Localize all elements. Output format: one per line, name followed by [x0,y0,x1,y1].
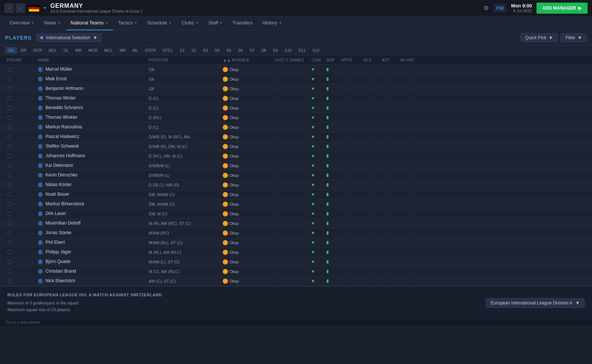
row-name[interactable]: Philipp Jäger [36,249,147,256]
col-apps[interactable]: APPS [340,57,362,63]
pos-tab-s8[interactable]: S8 [258,47,269,54]
table-row[interactable]: - ⌄ Philipp Jäger M (RL), AM (RLC) → Oka… [0,247,592,257]
row-name[interactable]: Thomas Winter [36,95,147,102]
row-name[interactable]: Markus Birkenstock [36,200,147,208]
row-radio[interactable] [5,95,14,101]
row-radio[interactable] [5,220,14,226]
row-name[interactable]: Benedikt Schramm [36,104,147,111]
pos-tab-mr2[interactable]: MR [117,47,129,54]
row-expand[interactable]: ⌄ [27,143,36,149]
row-expand[interactable]: ⌄ [27,85,36,92]
row-radio[interactable] [5,172,14,178]
pos-tab-mcr[interactable]: MCR [85,47,101,54]
pos-tab-s1[interactable]: S1 [177,47,188,54]
row-radio[interactable] [5,86,14,92]
nav-staff[interactable]: Staff ▼ [204,16,227,30]
pos-tab-stcr[interactable]: STCR [142,47,159,54]
table-row[interactable]: - ⌄ Nick Ebenhöch AM (C), ST (C) → Okay … [0,276,592,286]
row-expand[interactable]: ⌄ [27,76,36,82]
row-radio[interactable] [5,240,14,246]
row-name[interactable]: Phil Ebert [36,239,147,246]
row-expand[interactable]: ⌄ [27,153,36,159]
pos-tab-s4[interactable]: S4 [212,47,222,54]
row-expand[interactable]: ⌄ [27,124,36,130]
row-radio[interactable] [5,115,14,121]
row-radio[interactable] [5,278,14,284]
table-row[interactable]: - ⌄ Markus Rasoulinia D (C) → Okay - ♥ ▮… [0,122,592,132]
row-expand[interactable]: ⌄ [27,182,36,188]
row-expand[interactable]: ⌄ [27,239,36,246]
col-name[interactable]: NAME [36,57,147,63]
row-radio[interactable] [5,134,14,140]
col-inf[interactable]: INF [14,57,27,63]
row-radio[interactable] [5,182,14,188]
row-radio[interactable] [5,105,14,111]
nav-news[interactable]: News ▼ [40,16,65,30]
pos-tab-mr[interactable]: MR [73,47,85,54]
row-radio[interactable] [5,144,14,149]
pos-tab-dl[interactable]: DL [61,47,72,54]
filter-button[interactable]: Filter ▼ [561,33,587,42]
row-expand[interactable]: ⌄ [27,278,36,284]
row-name[interactable]: Kai Diekmann [36,162,147,169]
pos-tab-s7[interactable]: S7 [246,47,257,54]
row-name[interactable]: Johannes Hoffmann [36,152,147,159]
row-expand[interactable]: ⌄ [27,230,36,236]
table-row[interactable]: - ⌄ Markus Birkenstock DM, M/AM (C) → Ok… [0,199,592,209]
pos-tab-s12[interactable]: S12 [309,47,323,54]
row-name[interactable]: Markus Rasoulinia [36,124,147,131]
team-expand-button[interactable]: ▼ [43,6,47,10]
row-name[interactable]: Jonas Starke [36,229,147,236]
row-name[interactable]: Maximilian Detloff [36,220,147,227]
row-name[interactable]: Björn Quade [36,258,147,265]
row-name[interactable]: Nick Ebenhöch [36,277,147,284]
pos-tab-gk[interactable]: GK [5,47,17,54]
pos-tab-mcl[interactable]: MCL [101,47,116,54]
row-expand[interactable]: ⌄ [27,259,36,265]
row-name[interactable]: Thomas Winkler [36,114,147,121]
pos-tab-dcr[interactable]: DCR [30,47,45,54]
pos-tab-dr[interactable]: DR [18,47,30,54]
pos-tab-s11[interactable]: S11 [295,47,309,54]
row-radio[interactable] [5,67,14,73]
nav-tactics[interactable]: Tactics ▼ [114,16,142,30]
table-row[interactable]: - ⌄ Dirk Lauer DM, M (C) → Okay - ♥ ▮ - … [0,209,592,219]
row-expand[interactable]: ⌄ [27,105,36,111]
table-row[interactable]: - ⌄ Kai Diekmann D/WB/M (L) → Okay - ♥ ▮… [0,161,592,171]
table-row[interactable]: - ⌄ Thomas Winter D (C) → Okay - ♥ ▮ - -… [0,94,592,103]
back-button[interactable]: ‹ [4,3,14,13]
row-name[interactable]: Steffen Schwenk [36,143,147,150]
row-radio[interactable] [5,269,14,274]
table-row[interactable]: - ⌄ Noah Bauer DM, M/AM (C) → Okay - ♥ ▮… [0,190,592,199]
pos-tab-dcl[interactable]: DCL [46,47,60,54]
table-row[interactable]: - ⌄ Benjamin Hofmann GK → Okay - ♥ ▮ - -… [0,84,592,94]
row-expand[interactable]: ⌄ [27,172,36,178]
table-row[interactable]: - ⌄ Steffen Schwenk D/WB (R), DM, M (C) … [0,142,592,151]
row-radio[interactable] [5,249,14,255]
table-row[interactable]: - ⌄ Phil Ebert M/AM (RL), ST (C) → Okay … [0,238,592,247]
row-name[interactable]: Kevin Dierschke [36,172,147,179]
row-expand[interactable]: ⌄ [27,249,36,255]
row-radio[interactable] [5,192,14,198]
row-name[interactable]: Dirk Lauer [36,210,147,217]
row-name[interactable]: Benjamin Hofmann [36,85,147,92]
nav-transfers[interactable]: Transfers [228,16,257,30]
pos-tab-s9[interactable]: S9 [270,47,280,54]
nav-overview[interactable]: Overview ▼ [5,16,39,30]
row-expand[interactable]: ⌄ [27,114,36,121]
col-morale[interactable]: ▲▲ MORALE [221,57,273,63]
row-name[interactable]: Maik Ernst [36,75,147,82]
pos-tab-s2[interactable]: S2 [188,47,199,54]
row-expand[interactable]: ⌄ [27,134,36,140]
settings-icon[interactable]: ⚙ [484,4,489,11]
col-shp[interactable]: SHP [325,57,340,63]
row-name[interactable]: Marcel Müller [36,66,147,73]
row-expand[interactable]: ⌄ [27,220,36,226]
col-ast[interactable]: AST [380,57,399,63]
table-row[interactable]: - ⌄ Benedikt Schramm D (C) → Okay - ♥ ▮ … [0,103,592,113]
nav-national-teams[interactable]: National Teams ▼ [66,16,113,30]
row-radio[interactable] [5,76,14,82]
pos-tab-ml[interactable]: ML [130,47,141,54]
international-selection-dropdown[interactable]: International Selection ▼ [36,33,102,42]
forward-button[interactable]: › [16,3,25,13]
